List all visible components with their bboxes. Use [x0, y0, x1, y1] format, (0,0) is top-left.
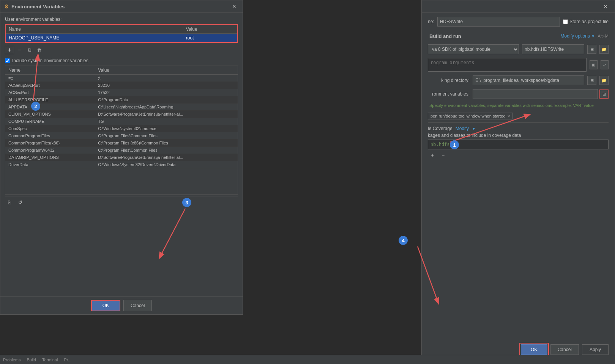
sys-env-value-cell: C:\Program Files\Common Files: [95, 147, 238, 154]
include-sys-env-checkbox[interactable]: [5, 58, 10, 63]
user-env-col-value: Value: [183, 25, 237, 34]
env-vars-row: ronment variables: ⊞: [428, 89, 609, 99]
sys-env-name-cell: COMPUTERNAME: [5, 118, 95, 125]
sys-env-row[interactable]: DATAGRIP_VM_OPTIONSD:\Software\Program\J…: [5, 154, 238, 161]
sys-env-name-cell: DriverData: [5, 161, 95, 168]
annotation-3: 3: [182, 198, 191, 207]
sys-env-row[interactable]: CLION_VM_OPTIONSD:\Software\Program\JetB…: [5, 111, 238, 118]
coverage-add-button[interactable]: +: [428, 151, 437, 159]
annotation-2: 2: [31, 102, 40, 111]
main-class-folder-button[interactable]: 📁: [599, 45, 609, 54]
working-dir-label: king directory:: [428, 78, 470, 83]
status-terminal[interactable]: Terminal: [42, 358, 58, 362]
user-env-col-name: Name: [6, 25, 183, 34]
sys-env-name-cell: ALLUSERSPROFILE: [5, 96, 95, 104]
delete-env-var-button[interactable]: 🗑: [35, 46, 44, 54]
store-project-file-label: Store as project file: [563, 19, 609, 24]
run-config-body: ne: Store as project file Build and run …: [422, 13, 615, 361]
env-vars-input[interactable]: [473, 89, 598, 99]
remove-env-var-button[interactable]: −: [15, 46, 24, 54]
sys-env-value-cell: C:\ProgramData: [95, 96, 238, 104]
dialog-bottom-toolbar: ⎘ ↺: [5, 196, 238, 208]
user-env-toolbar: + − ⧉ 🗑: [5, 44, 238, 56]
copy-env-var-button[interactable]: ⧉: [25, 46, 34, 54]
build-run-title: Build and run: [428, 33, 461, 39]
modify-options-link[interactable]: Modify options ▼ Alt+M: [561, 33, 609, 39]
sys-env-name-cell: ACSetupSvcPort: [5, 82, 95, 89]
prog-args-expand-button[interactable]: ⊞: [590, 60, 598, 69]
sys-env-name-cell: DATAGRIP_VM_OPTIONS: [5, 154, 95, 161]
dialog-cancel-button[interactable]: Cancel: [123, 300, 152, 311]
store-project-file-checkbox[interactable]: [563, 19, 568, 24]
working-dir-expand-button[interactable]: ⊞: [587, 76, 596, 85]
sys-env-row[interactable]: CommonProgramW6432C:\Program Files\Commo…: [5, 147, 238, 154]
dialog-titlebar: ⚙ Environment Variables ✕: [0, 0, 243, 13]
sdk-row: va 8 SDK of 'bigdata' module ⊞ 📁: [428, 44, 609, 54]
build-run-section-header: Build and run Modify options ▼ Alt+M: [428, 30, 609, 41]
sys-env-row[interactable]: ACSetupSvcPort23210: [5, 82, 238, 89]
sys-env-value-cell: 23210: [95, 82, 238, 89]
env-vars-help-row: Specify environment variables, separate …: [428, 103, 609, 108]
tool-window-tag-close[interactable]: ✕: [507, 114, 510, 118]
sys-env-col-name: Name: [5, 66, 95, 75]
sys-env-value-cell: :\: [95, 75, 238, 82]
user-env-value-cell: root: [183, 34, 237, 42]
main-class-expand-button[interactable]: ⊞: [587, 45, 596, 54]
working-dir-input[interactable]: [473, 75, 584, 85]
dialog-close-button[interactable]: ✕: [230, 3, 239, 10]
working-dir-folder-button[interactable]: 📁: [599, 76, 609, 85]
add-env-var-button[interactable]: +: [5, 46, 14, 54]
sys-env-table: Name Value =:::\ACSetupSvcPort23210ACSvc…: [5, 66, 238, 168]
sys-env-row[interactable]: =:::\: [5, 75, 238, 82]
sdk-dropdown[interactable]: va 8 SDK of 'bigdata' module: [428, 44, 519, 54]
sys-env-name-cell: =::: [5, 75, 95, 82]
sys-env-row[interactable]: COMPUTERNAMETG: [5, 118, 238, 125]
coverage-remove-button[interactable]: −: [438, 151, 448, 159]
sys-env-value-cell: C:\Program Files (x86)\Common Files: [95, 140, 238, 147]
status-bar: Problems Build Terminal Pr...: [0, 355, 615, 364]
run-config-close-button[interactable]: ✕: [601, 3, 610, 10]
sys-env-row[interactable]: CommonProgramFilesC:\Program Files\Commo…: [5, 132, 238, 140]
coverage-modify-link[interactable]: Modify: [456, 126, 469, 131]
prog-args-textarea[interactable]: [428, 58, 587, 72]
run-config-cancel-button[interactable]: Cancel: [550, 344, 579, 355]
sys-env-row[interactable]: CommonProgramFiles(x86)C:\Program Files …: [5, 140, 238, 147]
user-env-row[interactable]: HADOOP_USER_NAMEroot: [6, 34, 237, 42]
env-vars-edit-button[interactable]: ⊞: [599, 89, 609, 99]
run-name-input[interactable]: [437, 17, 560, 27]
coverage-add-remove-row: + −: [428, 151, 609, 159]
sys-env-name-cell: CLION_VM_OPTIONS: [5, 111, 95, 118]
status-build[interactable]: Build: [27, 358, 36, 362]
sys-env-value-cell: C:\Windows\system32\cmd.exe: [95, 125, 238, 132]
dialog-footer: OK Cancel: [0, 297, 243, 314]
sys-env-value-cell: TG: [95, 118, 238, 125]
dialog-ok-button[interactable]: OK: [91, 300, 120, 311]
prog-args-row: ⊞ ⤢: [428, 58, 609, 72]
dialog-title-icon: ⚙: [4, 3, 9, 9]
sys-env-name-cell: ComSpec: [5, 125, 95, 132]
dialog-title-text: Environment Variables: [11, 4, 227, 9]
main-class-input[interactable]: [522, 44, 584, 54]
run-name-row: ne: Store as project file: [428, 17, 609, 27]
sys-env-row[interactable]: ACSvcPort17532: [5, 89, 238, 96]
run-config-ok-button[interactable]: OK: [521, 344, 547, 355]
paste-button[interactable]: ⎘: [5, 198, 14, 206]
status-problems[interactable]: Problems: [3, 358, 20, 362]
coverage-packages-label: kages and classes to include in coverage…: [428, 133, 521, 138]
sys-env-name-cell: CommonProgramFiles: [5, 132, 95, 140]
annotation-1: 1: [450, 140, 459, 149]
status-profiler[interactable]: Pr...: [64, 358, 72, 362]
sys-env-value-cell: D:\Software\Program\JetBrains\ja-netfilt…: [95, 111, 238, 118]
include-sys-env-row: Include system environment variables:: [5, 58, 238, 63]
sys-env-row[interactable]: ComSpecC:\Windows\system32\cmd.exe: [5, 125, 238, 132]
prog-args-fullscreen-button[interactable]: ⤢: [601, 60, 609, 69]
sys-env-name-cell: CommonProgramW6432: [5, 147, 95, 154]
sys-env-value-cell: C:\Windows\System32\Drivers\DriverData: [95, 161, 238, 168]
sys-env-row[interactable]: ALLUSERSPROFILEC:\ProgramData: [5, 96, 238, 104]
coverage-title-row: le Coverage Modify ▼: [428, 126, 609, 131]
dialog-body: User environment variables: Name Value H…: [0, 13, 243, 212]
user-env-table: Name Value HADOOP_USER_NAMEroot: [6, 25, 237, 42]
undo-button[interactable]: ↺: [16, 198, 25, 206]
run-config-apply-button[interactable]: Apply: [582, 344, 609, 355]
sys-env-row[interactable]: DriverDataC:\Windows\System32\Drivers\Dr…: [5, 161, 238, 168]
